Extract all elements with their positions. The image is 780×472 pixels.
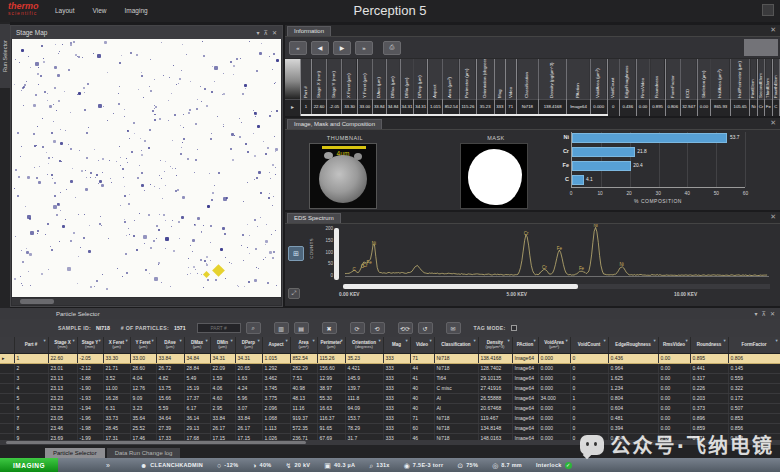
column-header[interactable]: VoidCount▼ — [570, 337, 608, 353]
stage-particle-dot[interactable] — [258, 171, 261, 174]
stage-particle-dot[interactable] — [14, 188, 15, 189]
composition-bar[interactable] — [572, 161, 631, 171]
stage-particle-dot[interactable] — [173, 65, 174, 66]
stage-particle-dot[interactable] — [81, 170, 83, 172]
stage-particle-dot[interactable] — [94, 286, 95, 287]
stage-particle-dot[interactable] — [265, 153, 267, 155]
column-header[interactable]: Perimeter(µm)▼ — [317, 337, 345, 353]
stage-particle-dot[interactable] — [145, 269, 147, 271]
stage-particle-dot[interactable] — [163, 75, 164, 76]
stage-particle-dot[interactable] — [33, 133, 35, 135]
filter-icon[interactable]: ▼ — [405, 339, 409, 343]
stage-particle-dot[interactable] — [210, 225, 212, 227]
stage-particle-dot[interactable] — [275, 82, 276, 83]
stage-particle-dot[interactable] — [95, 177, 96, 178]
row-select-cell[interactable] — [0, 373, 14, 383]
stage-particle-dot[interactable] — [275, 167, 276, 168]
information-column-header[interactable]: DMax (µm) — [387, 59, 400, 99]
save-button[interactable]: ▥ — [274, 322, 289, 334]
stage-particle-dot[interactable] — [200, 259, 202, 261]
stage-particle-dot[interactable] — [124, 221, 126, 223]
filter-icon[interactable]: ▼ — [151, 339, 155, 343]
stage-particle-dot[interactable] — [30, 231, 34, 235]
stage-particle-dot[interactable] — [232, 159, 234, 161]
stage-particle-dot[interactable] — [116, 161, 117, 162]
stage-particle-dot[interactable] — [21, 49, 24, 52]
stage-particle-dot[interactable] — [156, 225, 158, 227]
stage-particle-dot[interactable] — [263, 259, 264, 260]
filter-icon[interactable]: ▼ — [533, 339, 537, 343]
stage-particle-dot[interactable] — [273, 196, 274, 197]
stage-particle-dot[interactable] — [144, 243, 145, 244]
stage-particle-dot[interactable] — [62, 225, 65, 228]
stage-particle-dot[interactable] — [64, 91, 65, 92]
stage-particle-dot[interactable] — [83, 237, 85, 239]
stage-particle-dot[interactable] — [129, 138, 130, 139]
stage-particle-dot[interactable] — [161, 282, 162, 283]
stage-particle-dot[interactable] — [188, 112, 190, 114]
stage-particle-dot[interactable] — [143, 97, 144, 98]
stage-particle-dot[interactable] — [111, 182, 112, 183]
stage-particle-dot[interactable] — [171, 226, 172, 227]
stage-particle-dot[interactable] — [54, 87, 56, 89]
stage-particle-dot[interactable] — [152, 110, 154, 112]
stage-particle-dot[interactable] — [75, 54, 77, 56]
stage-particle-dot[interactable] — [44, 91, 46, 93]
stage-particle-dot[interactable] — [255, 248, 257, 250]
column-header[interactable]: DPerp(µm)▼ — [235, 337, 262, 353]
comment-button[interactable]: ✉ — [446, 322, 461, 334]
stage-particle-dot[interactable] — [27, 215, 31, 219]
stage-particle-dot[interactable] — [109, 160, 110, 161]
information-column-header[interactable]: Skeleton (µm) — [698, 59, 711, 99]
stage-particle-dot[interactable] — [129, 194, 130, 195]
stage-particle-dot[interactable] — [42, 146, 44, 148]
stage-particle-dot[interactable] — [60, 192, 61, 193]
stage-particle-dot[interactable] — [200, 86, 201, 87]
stage-particle-dot[interactable] — [15, 59, 16, 60]
clear-filter-button[interactable]: ✖ — [322, 322, 337, 334]
filter-icon[interactable]: ▼ — [685, 339, 689, 343]
stage-particle-dot[interactable] — [173, 250, 175, 252]
stage-particle-dot[interactable] — [61, 161, 62, 162]
filter-icon[interactable]: ▼ — [723, 339, 727, 343]
stage-particle-dot[interactable] — [178, 221, 180, 223]
stage-particle-dot[interactable] — [259, 52, 262, 55]
row-select-cell[interactable] — [0, 363, 14, 373]
relocate-button[interactable]: ⟳ — [350, 322, 365, 334]
stage-particle-dot[interactable] — [261, 43, 262, 44]
stage-particle-dot[interactable] — [96, 280, 98, 282]
stage-particle-dot[interactable] — [269, 172, 270, 173]
stage-particle-dot[interactable] — [36, 145, 37, 146]
stage-particle-dot[interactable] — [197, 99, 198, 100]
stage-particle-dot[interactable] — [172, 220, 173, 221]
stage-particle-dot[interactable] — [154, 186, 155, 187]
row-select-cell[interactable] — [0, 393, 14, 403]
stage-particle-dot[interactable] — [108, 238, 109, 239]
stage-particle-dot[interactable] — [50, 246, 51, 247]
stage-particle-dot[interactable] — [29, 253, 32, 256]
stage-particle-dot[interactable] — [70, 112, 71, 113]
row-select-cell[interactable]: ▸ — [0, 353, 14, 363]
stage-particle-dot[interactable] — [155, 114, 156, 115]
stage-particle-dot[interactable] — [54, 182, 56, 184]
stage-particle-dot[interactable] — [79, 150, 80, 151]
stage-particle-dot[interactable] — [176, 175, 177, 176]
stage-particle-dot[interactable] — [196, 108, 198, 110]
stage-particle-dot[interactable] — [194, 172, 195, 173]
stage-particle-dot[interactable] — [136, 249, 138, 251]
stage-particle-dot[interactable] — [88, 127, 89, 128]
stage-particle-dot[interactable] — [195, 159, 197, 161]
stage-particle-dot[interactable] — [190, 273, 191, 274]
filter-icon[interactable]: ▼ — [565, 339, 569, 343]
information-column-header[interactable]: PAction — [567, 59, 590, 99]
information-column-header[interactable]: ECD — [681, 59, 697, 99]
stage-particle-dot[interactable] — [202, 41, 203, 42]
stage-particle-dot[interactable] — [130, 52, 132, 54]
stage-particle-dot[interactable] — [104, 41, 107, 44]
stage-particle-dot[interactable] — [47, 100, 48, 101]
column-header[interactable]: Roundness▼ — [690, 337, 728, 353]
stage-particle-dot[interactable] — [35, 94, 37, 96]
tag-mode-checkbox[interactable] — [511, 325, 517, 331]
stage-particle-dot[interactable] — [86, 157, 88, 159]
stage-particle-dot[interactable] — [99, 180, 102, 183]
